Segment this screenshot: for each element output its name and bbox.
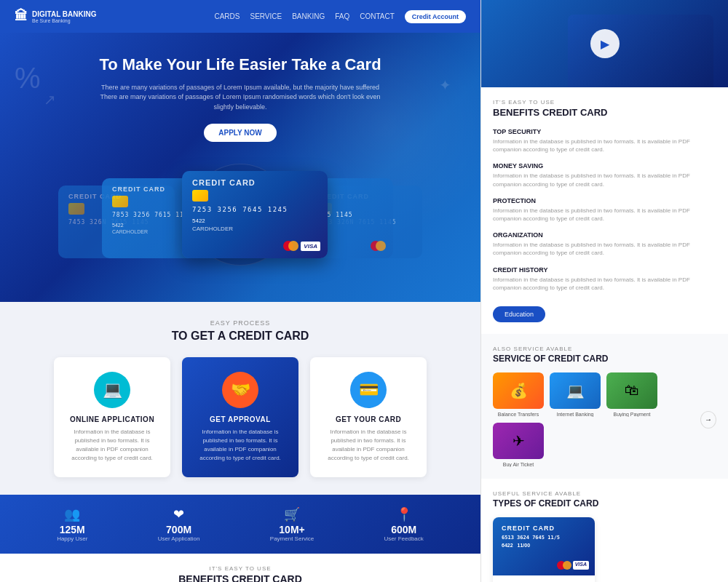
cart-icon: 🛒 bbox=[270, 506, 314, 522]
stats-strip: 👥 125M Happy User ❤ 700M User Applicatio… bbox=[0, 495, 480, 554]
mastercard-logo-right bbox=[371, 241, 386, 251]
page-wrapper: 🏛 DIGITAL BANKING Be Sure Banking CARDS … bbox=[0, 0, 728, 582]
brand-logo: 🏛 DIGITAL BANKING Be Sure Banking bbox=[15, 9, 97, 24]
services-row: 💰 Balance Transfers 💻 Internet Banking 🛍… bbox=[493, 372, 716, 467]
business-card-number: 6513 3624 7645 11/5 bbox=[502, 535, 586, 541]
service-label-2: Internet Banking bbox=[550, 412, 601, 417]
business-card-logos: VISA bbox=[557, 561, 589, 570]
service-airline[interactable]: ✈ Buy Air Ticket bbox=[493, 423, 544, 467]
nav-cards[interactable]: CARDS bbox=[214, 12, 240, 20]
service-label-4: Buy Air Ticket bbox=[493, 462, 544, 467]
nav-links: CARDS SERVICE BANKING FAQ CONTACT Credit… bbox=[214, 10, 466, 23]
apply-now-button[interactable]: APPLY NOW bbox=[204, 124, 276, 142]
hero-subtitle: There are many variations of passages of… bbox=[95, 83, 386, 113]
service-buying[interactable]: 🛍 Buying Payment bbox=[606, 372, 657, 417]
play-button[interactable]: ▶ bbox=[590, 29, 620, 58]
bank-icon: 🏛 bbox=[15, 9, 28, 24]
nav-contact[interactable]: CONTACT bbox=[360, 12, 395, 20]
mc-yellow-right bbox=[376, 241, 386, 251]
business-card-body: BUSINESS CREDIT CARDS Business credit ca… bbox=[493, 575, 595, 582]
benefit-desc-3: Information in the database is published… bbox=[493, 207, 716, 223]
online-app-icon-wrap: 💻 bbox=[94, 372, 130, 408]
benefit-desc-2: Information in the database is published… bbox=[493, 172, 716, 188]
location-icon: 📍 bbox=[384, 506, 424, 522]
card-main-holder: CARDHOLDER bbox=[192, 226, 317, 232]
card-main-chip bbox=[192, 190, 208, 202]
card-main-label: CREDIT CARD bbox=[192, 178, 317, 187]
nav-faq[interactable]: FAQ bbox=[335, 12, 349, 20]
business-card-label: CREDIT CARD bbox=[502, 525, 586, 532]
services-next-button[interactable]: → bbox=[700, 411, 716, 428]
mc-yellow-biz bbox=[563, 561, 571, 570]
card-main-date: 5422 bbox=[192, 218, 317, 224]
types-title: TYPES OF CREDIT CARD bbox=[493, 498, 716, 509]
card-icon: 💳 bbox=[359, 380, 379, 399]
card-main-number: 7253 3256 7645 1245 bbox=[192, 206, 317, 213]
stat-label-2: User Application bbox=[158, 535, 200, 542]
benefit-desc-1: Information in the database is published… bbox=[493, 137, 716, 154]
types-section: USEFUL SERVICE AVABLE TYPES OF CREDIT CA… bbox=[481, 479, 728, 582]
benefit-name-3: PROTECTION bbox=[493, 197, 716, 204]
benefit-name-2: MONEY SAVING bbox=[493, 162, 716, 170]
process-section: EASY PROCESS TO GET A CREDIT CARD 💻 ONLI… bbox=[0, 302, 480, 495]
benefit-name-5: CREDIT HISTORY bbox=[493, 266, 716, 274]
hero-title: To Make Your Life Easier Take a Card bbox=[15, 55, 466, 76]
buying-img: 🛍 bbox=[606, 372, 657, 409]
card-right-logos bbox=[371, 241, 386, 251]
card-main-logos: VISA bbox=[283, 241, 320, 251]
hero-text: To Make Your Life Easier Take a Card The… bbox=[15, 55, 466, 156]
stat-label-1: Happy User bbox=[57, 535, 87, 542]
balance-img: 💰 bbox=[493, 372, 544, 409]
business-card-details: 6422 11/00 bbox=[502, 543, 586, 548]
types-grid: CREDIT CARD 6513 3624 7645 11/5 6422 11/… bbox=[493, 517, 694, 582]
brand-name: DIGITAL BANKING bbox=[32, 10, 97, 18]
visa-logo-main: VISA bbox=[301, 242, 320, 251]
benefit-protection: PROTECTION Information in the database i… bbox=[493, 197, 716, 223]
laptop-icon: 💻 bbox=[103, 380, 122, 399]
benefit-credit-history: CREDIT HISTORY Information in the databa… bbox=[493, 266, 716, 292]
visa-biz: VISA bbox=[573, 561, 589, 570]
card-chip bbox=[68, 203, 84, 215]
nav-cta-button[interactable]: Credit Account bbox=[405, 10, 466, 23]
step2-desc: Information in the database is published… bbox=[194, 428, 287, 463]
process-eyebrow: EASY PROCESS bbox=[22, 319, 459, 327]
card-main: CREDIT CARD 7253 3256 7645 1245 5422 CAR… bbox=[182, 171, 328, 258]
card-left-chip bbox=[112, 196, 128, 207]
benefits-preview: IT'S EASY TO USE BENEFITS CREDIT CARD bbox=[0, 554, 480, 582]
step-get-card: 💳 GET YOUR CARD Information in the datab… bbox=[310, 357, 427, 477]
stat-number-1: 125M bbox=[57, 524, 87, 535]
stat-label-4: User Feedback bbox=[384, 535, 424, 542]
nav-service[interactable]: SERVICE bbox=[250, 12, 282, 20]
step-get-approval: 🤝 GET APPROVAL Information in the databa… bbox=[182, 357, 298, 477]
services-eyebrow: ALSO SERVICE AVABLE bbox=[493, 346, 716, 352]
mc-yellow-main bbox=[288, 241, 298, 251]
cards-container: CREDIT CARD 7453 326N 7615 1145 CREDIT C… bbox=[15, 164, 466, 266]
stat-feedback: 📍 600M User Feedback bbox=[384, 506, 424, 542]
step1-title: ONLINE APPLICATION bbox=[66, 415, 159, 423]
business-card-expiry: 11/00 bbox=[518, 543, 531, 548]
step3-desc: Information in the database is published… bbox=[322, 428, 415, 463]
internet-img: 💻 bbox=[550, 372, 601, 409]
process-title: TO GET A CREDIT CARD bbox=[22, 330, 459, 343]
service-label-3: Buying Payment bbox=[606, 412, 657, 417]
right-hero-image: ▶ bbox=[481, 0, 728, 87]
right-panel: ▶ IT'S EASY TO USE BENEFITS CREDIT CARD … bbox=[480, 0, 728, 582]
service-internet[interactable]: 💻 Internet Banking bbox=[550, 372, 601, 417]
benefit-organization: ORGANIZATION Information in the database… bbox=[493, 231, 716, 257]
nav-banking[interactable]: BANKING bbox=[292, 12, 325, 20]
stat-payment: 🛒 10M+ Payment Service bbox=[270, 506, 314, 542]
benefits-title2: BENEFITS CREDIT CARD bbox=[493, 107, 716, 118]
service-label-1: Balance Transfers bbox=[493, 412, 544, 417]
education-button[interactable]: Education bbox=[493, 306, 545, 322]
step-online-application: 💻 ONLINE APPLICATION Information in the … bbox=[54, 357, 170, 477]
card-icon-wrap: 💳 bbox=[350, 372, 387, 408]
benefit-money-saving: MONEY SAVING Information in the database… bbox=[493, 162, 716, 188]
benefits-eyebrow: IT'S EASY TO USE bbox=[22, 565, 459, 572]
main-content: 🏛 DIGITAL BANKING Be Sure Banking CARDS … bbox=[0, 0, 480, 582]
services-section: ALSO SERVICE AVABLE SERVICE OF CREDIT CA… bbox=[481, 334, 728, 479]
benefits-title: BENEFITS CREDIT CARD bbox=[22, 573, 459, 582]
stat-number-4: 600M bbox=[384, 524, 424, 535]
airline-img: ✈ bbox=[493, 423, 544, 459]
benefit-desc-5: Information in the database is published… bbox=[493, 276, 716, 292]
service-balance[interactable]: 💰 Balance Transfers bbox=[493, 372, 544, 417]
